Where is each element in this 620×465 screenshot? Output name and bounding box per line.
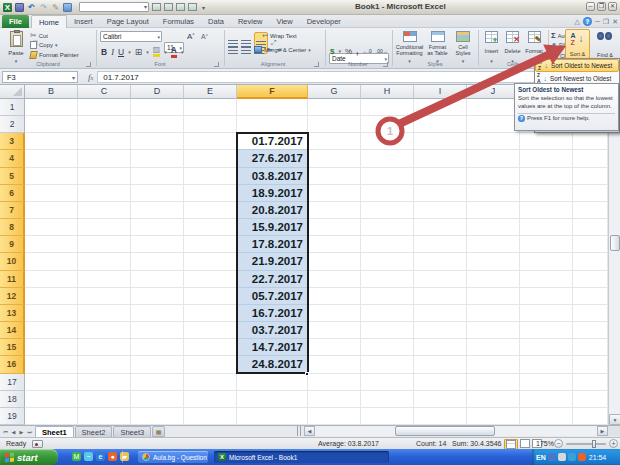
cell-G17[interactable] <box>308 374 361 391</box>
cell-H2[interactable] <box>361 116 414 133</box>
cell-L9[interactable] <box>573 236 608 253</box>
column-header-i[interactable]: I <box>414 85 467 99</box>
cell-L11[interactable] <box>573 271 608 288</box>
cell-D7[interactable] <box>131 202 184 219</box>
row-header-15[interactable]: 15 <box>0 339 25 356</box>
select-all-corner[interactable] <box>0 85 25 99</box>
help-icon[interactable]: ? <box>583 17 592 26</box>
cell-J17[interactable] <box>467 374 520 391</box>
tab-view[interactable]: View <box>270 15 300 28</box>
cell-B19[interactable] <box>25 408 78 425</box>
cell-J16[interactable] <box>467 356 520 373</box>
page-layout-view-icon[interactable] <box>520 439 530 448</box>
cell-G2[interactable] <box>308 116 361 133</box>
cell-E5[interactable] <box>184 168 237 185</box>
cell-J3[interactable] <box>467 133 520 150</box>
cell-E19[interactable] <box>184 408 237 425</box>
cell-E10[interactable] <box>184 253 237 270</box>
cell-I19[interactable] <box>414 408 467 425</box>
cell-K3[interactable] <box>520 133 573 150</box>
firefox-tray-icon[interactable] <box>578 453 586 461</box>
number-dialog-launcher[interactable] <box>383 62 388 67</box>
cell-K8[interactable] <box>520 219 573 236</box>
cell-H1[interactable] <box>361 99 414 116</box>
scroll-left-icon[interactable]: ◀ <box>304 426 315 436</box>
date-cell-F13[interactable]: 16.7.2017 <box>237 305 308 322</box>
shrink-font-icon[interactable]: A˅ <box>201 32 208 40</box>
cell-G1[interactable] <box>308 99 361 116</box>
cell-D6[interactable] <box>131 185 184 202</box>
cell-I8[interactable] <box>414 219 467 236</box>
date-cell-F7[interactable]: 20.8.2017 <box>237 202 308 219</box>
cell-K7[interactable] <box>520 202 573 219</box>
font-dialog-launcher[interactable] <box>214 62 219 67</box>
cell-B12[interactable] <box>25 288 78 305</box>
cell-J9[interactable] <box>467 236 520 253</box>
workbook-minimize-icon[interactable]: ─ <box>595 17 600 26</box>
cell-D14[interactable] <box>131 322 184 339</box>
merge-center-button[interactable]: Merge & Center▾ <box>254 46 311 53</box>
cell-C7[interactable] <box>78 202 131 219</box>
horizontal-scrollbar[interactable]: ◀ ▶ <box>304 426 608 436</box>
taskbar-window-microsoft-excel-book1[interactable]: XMicrosoft Excel - Book1 <box>214 451 389 463</box>
cell-J13[interactable] <box>467 305 520 322</box>
cell-K9[interactable] <box>520 236 573 253</box>
cell-B2[interactable] <box>25 116 78 133</box>
column-header-d[interactable]: D <box>131 85 184 99</box>
cell-J7[interactable] <box>467 202 520 219</box>
cell-H6[interactable] <box>361 185 414 202</box>
date-cell-F16[interactable]: 24.8.2017 <box>237 356 308 373</box>
cell-E12[interactable] <box>184 288 237 305</box>
zoom-in-icon[interactable]: + <box>609 439 618 448</box>
cell-I9[interactable] <box>414 236 467 253</box>
cell-G19[interactable] <box>308 408 361 425</box>
cell-K12[interactable] <box>520 288 573 305</box>
vertical-scrollbar[interactable]: ▲ ▼ <box>608 85 620 425</box>
cell-L17[interactable] <box>573 374 608 391</box>
save-icon[interactable] <box>15 3 24 12</box>
cell-E13[interactable] <box>184 305 237 322</box>
cell-E9[interactable] <box>184 236 237 253</box>
cell-K11[interactable] <box>520 271 573 288</box>
row-header-4[interactable]: 4 <box>0 150 25 167</box>
cell-H7[interactable] <box>361 202 414 219</box>
cell-J2[interactable] <box>467 116 520 133</box>
cell-E2[interactable] <box>184 116 237 133</box>
cell-C15[interactable] <box>78 339 131 356</box>
row-header-18[interactable]: 18 <box>0 391 25 408</box>
menu-item-sort-oldest-to-newest[interactable]: AZ↓Sort Oldest to Newest <box>535 59 619 72</box>
cell-H18[interactable] <box>361 391 414 408</box>
cell-K6[interactable] <box>520 185 573 202</box>
cell-C5[interactable] <box>78 168 131 185</box>
cell-B11[interactable] <box>25 271 78 288</box>
cell-I6[interactable] <box>414 185 467 202</box>
row-header-7[interactable]: 7 <box>0 202 25 219</box>
prev-sheet-icon[interactable]: ◀ <box>10 427 17 436</box>
row-header-3[interactable]: 3 <box>0 133 25 150</box>
cell-D3[interactable] <box>131 133 184 150</box>
cell-J12[interactable] <box>467 288 520 305</box>
fill-color-icon[interactable]: ▨ <box>153 46 161 57</box>
last-sheet-icon[interactable]: ⏭ <box>26 427 33 436</box>
msn-icon[interactable]: M <box>72 452 81 461</box>
cell-L16[interactable] <box>573 356 608 373</box>
cell-B16[interactable] <box>25 356 78 373</box>
column-header-c[interactable]: C <box>78 85 131 99</box>
date-cell-F15[interactable]: 14.7.2017 <box>237 339 308 356</box>
launch-icon[interactable]: ~ <box>84 452 93 461</box>
cell-D16[interactable] <box>131 356 184 373</box>
font-color-icon[interactable]: A <box>171 45 177 58</box>
minimize-button[interactable]: ─ <box>586 2 595 11</box>
cell-K13[interactable] <box>520 305 573 322</box>
cell-I11[interactable] <box>414 271 467 288</box>
zoom-level[interactable]: 175% <box>536 440 554 447</box>
cell-C10[interactable] <box>78 253 131 270</box>
cell-G18[interactable] <box>308 391 361 408</box>
scroll-right-icon[interactable]: ▶ <box>597 426 608 436</box>
cell-J11[interactable] <box>467 271 520 288</box>
cell-K17[interactable] <box>520 374 573 391</box>
row-header-17[interactable]: 17 <box>0 374 25 391</box>
cell-H12[interactable] <box>361 288 414 305</box>
cell-B5[interactable] <box>25 168 78 185</box>
cell-I12[interactable] <box>414 288 467 305</box>
